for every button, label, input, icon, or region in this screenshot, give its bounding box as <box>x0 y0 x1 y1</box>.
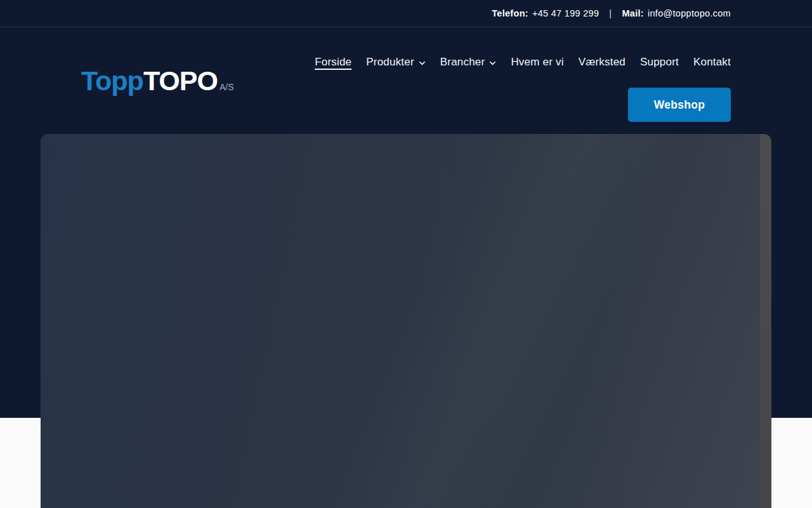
logo[interactable]: ToppTOPOA/S <box>81 65 234 97</box>
nav-item-hvem-er-vi[interactable]: Hvem er vi <box>511 56 563 69</box>
logo-suffix-as: A/S <box>219 82 234 92</box>
nav-item-brancher[interactable]: Brancher <box>440 56 497 69</box>
nav-item-label: Forside <box>315 56 351 69</box>
hero-image-edge <box>760 134 771 508</box>
nav-item-vaerksted[interactable]: Værksted <box>579 56 625 69</box>
nav-item-kontakt[interactable]: Kontakt <box>693 56 731 69</box>
nav-item-label: Support <box>640 56 679 69</box>
nav-item-label: Produkter <box>366 56 414 69</box>
nav-item-label: Kontakt <box>693 56 731 69</box>
logo-text-topo: TOPO <box>143 65 218 97</box>
nav-item-label: Værksted <box>579 56 625 69</box>
nav-item-label: Hvem er vi <box>511 56 563 69</box>
topbar-separator: | <box>609 8 612 18</box>
mail-address[interactable]: info@topptopo.com <box>648 8 731 18</box>
nav-item-support[interactable]: Support <box>640 56 679 69</box>
topbar: Telefon: +45 47 199 299 | Mail: info@top… <box>0 0 812 27</box>
nav-item-produkter[interactable]: Produkter <box>366 56 426 69</box>
webshop-button[interactable]: Webshop <box>628 88 731 122</box>
hero-image <box>41 134 771 508</box>
main-navigation: Forside Produkter Brancher Hvem er vi Væ… <box>315 56 731 69</box>
header: ToppTOPOA/S Forside Produkter Brancher H… <box>0 27 812 134</box>
chevron-down-icon <box>419 60 426 67</box>
nav-item-forside[interactable]: Forside <box>315 56 351 69</box>
phone-label: Telefon: <box>492 8 528 18</box>
header-right: Forside Produkter Brancher Hvem er vi Væ… <box>315 56 731 122</box>
chevron-down-icon <box>489 60 496 67</box>
nav-item-label: Brancher <box>440 56 485 69</box>
logo-text-topp: Topp <box>81 65 143 97</box>
mail-label: Mail: <box>622 8 644 18</box>
phone-number: +45 47 199 299 <box>532 8 599 18</box>
